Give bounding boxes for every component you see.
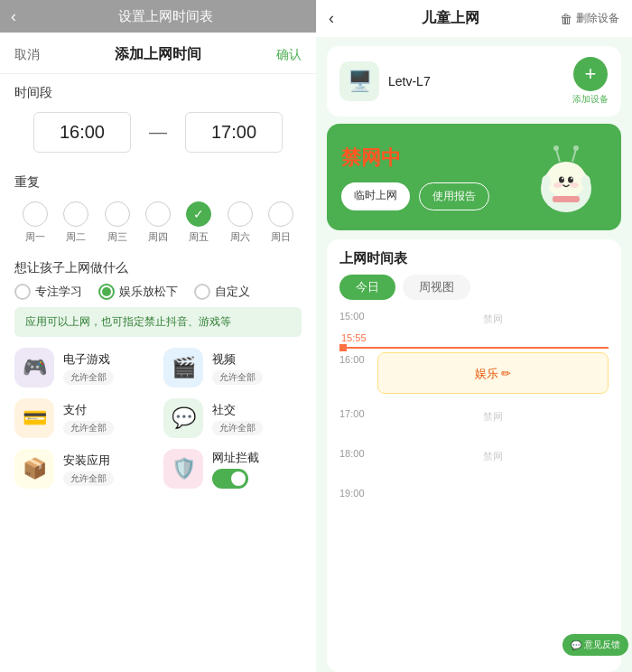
app-info-pay: 支付 允许全部 — [63, 402, 114, 435]
svg-line-8 — [556, 149, 560, 162]
radio-circle-entertain[interactable] — [98, 284, 115, 300]
slot-content-1900 — [377, 484, 609, 511]
feedback-icon: 💬 — [571, 640, 581, 650]
feedback-label: 意见反馈 — [584, 639, 620, 651]
time-dash: — — [149, 122, 167, 143]
now-dot — [339, 344, 347, 351]
status-section: 禁网中 临时上网 使用报告 — [327, 124, 621, 230]
usage-report-button[interactable]: 使用报告 — [419, 182, 489, 210]
modal-title: 添加上网时间 — [115, 45, 201, 64]
day-circle-fri[interactable] — [186, 201, 211, 227]
day-item-mon[interactable]: 周一 — [23, 201, 48, 244]
want-section-label: 想让孩子上网做什么 — [0, 251, 316, 284]
day-circle-sun[interactable] — [268, 201, 293, 227]
app-icon-install: 📦 — [14, 449, 54, 489]
day-circle-mon[interactable] — [23, 201, 48, 227]
repeat-row: 周一 周二 周三 周四 周五 周六 — [0, 198, 316, 251]
app-badge-video: 允许全部 — [212, 370, 263, 385]
svg-line-10 — [572, 149, 576, 162]
day-label-wed: 周三 — [107, 230, 127, 244]
temp-internet-button[interactable]: 临时上网 — [341, 182, 410, 210]
schedule-header: 上网时间表 — [327, 239, 621, 267]
modal-cancel-button[interactable]: 取消 — [14, 47, 40, 63]
app-item-urlblock[interactable]: 🛡️ 网址拦截 — [163, 449, 302, 489]
day-item-sun[interactable]: 周日 — [268, 201, 293, 244]
delete-label: 删除设备 — [576, 11, 619, 26]
app-item-game[interactable]: 🎮 电子游戏 允许全部 — [14, 348, 153, 387]
day-label-tue: 周二 — [66, 230, 86, 244]
svg-point-11 — [573, 145, 579, 151]
svg-point-13 — [542, 175, 551, 188]
radio-entertain-label: 娱乐放松下 — [119, 284, 178, 300]
day-item-thu[interactable]: 周四 — [145, 201, 171, 244]
day-circle-tue[interactable] — [63, 201, 88, 227]
right-title: 儿童上网 — [341, 9, 560, 28]
app-icon-pay: 💳 — [14, 398, 54, 438]
radio-focus[interactable]: 专注学习 — [14, 284, 82, 300]
radio-custom-label: 自定义 — [215, 284, 250, 300]
time-slot-1900: 19:00 — [377, 484, 609, 511]
status-left: 禁网中 临时上网 使用报告 — [341, 145, 489, 210]
day-label-mon: 周一 — [25, 230, 45, 244]
app-item-install[interactable]: 📦 安装应用 允许全部 — [14, 449, 153, 489]
svg-point-1 — [546, 162, 586, 198]
time-start-input[interactable]: 16:00 — [33, 112, 131, 153]
svg-point-3 — [570, 182, 579, 188]
day-item-sat[interactable]: 周六 — [228, 201, 253, 244]
app-name-install: 安装应用 — [63, 453, 114, 469]
modal-confirm-button[interactable]: 确认 — [276, 47, 302, 63]
add-device-button[interactable]: + — [573, 57, 608, 91]
now-line-wrap: 15:55 — [377, 347, 609, 349]
app-name-game: 电子游戏 — [63, 351, 114, 368]
app-item-video[interactable]: 🎬 视频 允许全部 — [163, 348, 302, 387]
day-circle-wed[interactable] — [105, 201, 130, 227]
right-header: ‹ 儿童上网 🗑 删除设备 — [316, 0, 632, 37]
app-badge-game: 允许全部 — [63, 370, 114, 385]
add-time-modal: 取消 添加上网时间 确认 时间段 16:00 — 17:00 重复 周一 周二 … — [0, 33, 316, 672]
day-item-fri[interactable]: 周五 — [186, 201, 211, 244]
time-end-input[interactable]: 17:00 — [185, 112, 283, 153]
svg-rect-12 — [553, 196, 580, 202]
urlblock-toggle[interactable] — [212, 469, 248, 489]
day-circle-thu[interactable] — [145, 201, 171, 227]
app-item-social[interactable]: 💬 社交 允许全部 — [163, 398, 302, 438]
device-icon-glyph: 🖥️ — [348, 70, 372, 93]
left-panel: ‹ 设置上网时间表 灰色 代表禁网时间，点击添加可上网时间 取消 添加上网时间 … — [0, 0, 316, 672]
apps-grid: 🎮 电子游戏 允许全部 🎬 视频 允许全部 💳 支付 允许全部 — [0, 348, 316, 499]
repeat-section-label: 重复 — [0, 163, 316, 198]
feedback-button[interactable]: 💬 意见反馈 — [562, 634, 628, 656]
entertainment-block[interactable]: 娱乐 ✏ — [377, 352, 609, 394]
device-left: 🖥️ Letv-L7 — [339, 61, 431, 101]
radio-entertain[interactable]: 娱乐放松下 — [98, 284, 178, 300]
day-label-sun: 周日 — [271, 230, 291, 244]
left-back-arrow[interactable]: ‹ — [11, 7, 16, 26]
radio-focus-label: 专注学习 — [35, 284, 82, 300]
app-info-video: 视频 允许全部 — [212, 351, 263, 385]
toggle-row — [212, 469, 259, 489]
forbidden-label-2: 禁网 — [377, 405, 609, 427]
radio-custom[interactable]: 自定义 — [194, 284, 250, 300]
app-item-pay[interactable]: 💳 支付 允许全部 — [14, 398, 153, 438]
time-section-label: 时间段 — [0, 74, 316, 108]
svg-point-4 — [559, 177, 564, 183]
svg-point-9 — [553, 145, 559, 151]
delete-device-button[interactable]: 🗑 删除设备 — [560, 11, 619, 26]
app-icon-urlblock: 🛡️ — [163, 449, 203, 489]
radio-circle-focus[interactable] — [14, 284, 31, 300]
day-item-tue[interactable]: 周二 — [63, 201, 88, 244]
app-info-social: 社交 允许全部 — [212, 402, 263, 435]
right-back-button[interactable]: ‹ — [329, 9, 334, 28]
tab-today[interactable]: 今日 — [339, 275, 395, 300]
app-name-urlblock: 网址拦截 — [212, 450, 259, 466]
day-circle-sat[interactable] — [228, 201, 253, 227]
time-label-1500: 15:00 — [339, 311, 365, 322]
now-time-label: 15:55 — [341, 332, 367, 343]
time-slot-1800: 18:00 禁网 — [377, 444, 609, 484]
app-icon-social: 💬 — [163, 398, 203, 438]
left-top-bar: ‹ 设置上网时间表 — [0, 0, 316, 33]
app-badge-pay: 允许全部 — [63, 421, 114, 435]
radio-circle-custom[interactable] — [194, 284, 210, 300]
day-item-wed[interactable]: 周三 — [105, 201, 130, 244]
now-line — [339, 347, 609, 349]
tab-week[interactable]: 周视图 — [403, 275, 470, 300]
